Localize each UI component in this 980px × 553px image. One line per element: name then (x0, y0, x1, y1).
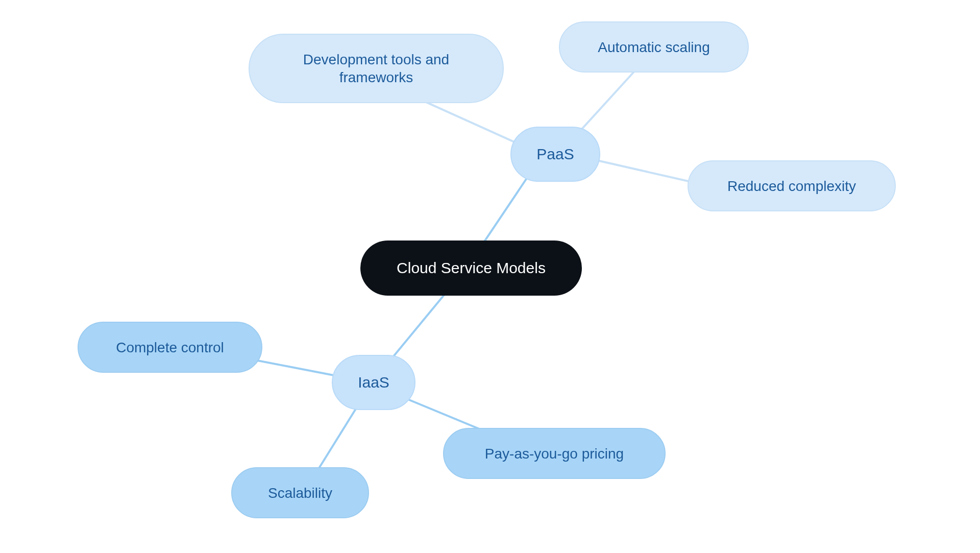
node-root-label: Cloud Service Models (397, 258, 546, 278)
node-autoscaling-label: Automatic scaling (598, 38, 709, 56)
node-scalability[interactable]: Scalability (231, 467, 369, 518)
node-reduced-label: Reduced complexity (727, 177, 856, 195)
mindmap-canvas: Cloud Service Models PaaS IaaS Developme… (0, 0, 980, 553)
node-reduced[interactable]: Reduced complexity (688, 160, 896, 211)
node-iaas-label: IaaS (358, 373, 389, 392)
node-paas-label: PaaS (536, 145, 574, 164)
node-root[interactable]: Cloud Service Models (360, 241, 582, 296)
node-payg-label: Pay-as-you-go pricing (485, 445, 624, 463)
node-iaas[interactable]: IaaS (332, 355, 415, 410)
node-autoscaling[interactable]: Automatic scaling (559, 21, 749, 73)
node-control[interactable]: Complete control (78, 322, 262, 373)
node-payg[interactable]: Pay-as-you-go pricing (443, 428, 666, 479)
node-devtools[interactable]: Development tools and frameworks (249, 34, 504, 103)
node-paas[interactable]: PaaS (510, 127, 600, 182)
node-scalability-label: Scalability (268, 484, 332, 502)
node-devtools-label: Development tools and frameworks (268, 51, 484, 86)
node-control-label: Complete control (116, 339, 224, 356)
